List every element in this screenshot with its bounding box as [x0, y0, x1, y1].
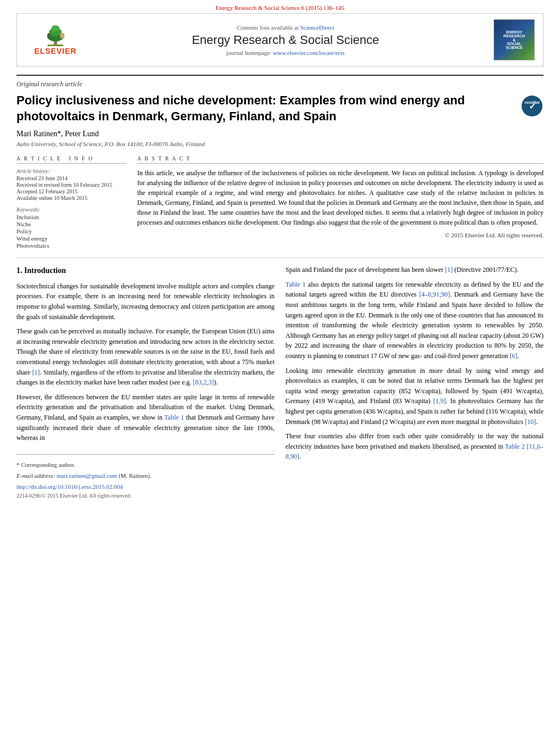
history-label: Article history: — [16, 168, 126, 174]
abstract-section: A B S T R A C T In this article, we anal… — [137, 155, 544, 249]
journal-logo-box: ENERGYRESEARCH&SOCIALSCIENCE — [494, 19, 535, 60]
journal-link-bar: Energy Research & Social Science 6 (2015… — [0, 0, 560, 13]
right-para-2: Table 1 also depicts the national target… — [285, 280, 544, 361]
ref-6[interactable]: [6] — [509, 352, 517, 360]
journal-link[interactable]: Energy Research & Social Science 6 (2015… — [216, 4, 345, 11]
ref-10[interactable]: [10] — [525, 418, 536, 426]
body-right-col: Spain and Finland the pace of developmen… — [285, 265, 544, 500]
journal-name: Energy Research & Social Science — [86, 33, 485, 47]
journal-homepage: journal homepage: www.elsevier.com/locat… — [86, 49, 485, 56]
keyword-inclusion: Inclusion — [16, 214, 126, 220]
body-section: 1. Introduction Sociotechnical changes f… — [16, 265, 544, 500]
table1-ref-right[interactable]: Table 1 — [285, 281, 306, 288]
ref-1-right[interactable]: [1] — [445, 266, 453, 274]
page-container: Energy Research & Social Science 6 (2015… — [0, 0, 560, 511]
journal-header: ELSEVIER Contents lists available at Sci… — [16, 13, 544, 66]
accepted-date: Accepted 12 February 2015 — [16, 188, 126, 194]
article-content: Original research article Policy inclusi… — [0, 66, 560, 511]
elsevier-tree-icon — [36, 25, 75, 47]
keywords-section: Keywords: Inclusion Niche Policy Wind en… — [16, 207, 126, 249]
available-date: Available online 10 March 2015 — [16, 195, 126, 201]
crossmark-badge: ✓ CrossMark — [522, 96, 544, 118]
ref-4-8[interactable]: [4–8,91,90] — [419, 291, 450, 298]
footer-section: * Corresponding author. E-mail address: … — [16, 454, 275, 500]
article-info: A R T I C L E I N F O Article history: R… — [16, 155, 126, 249]
doi-anchor[interactable]: http://dx.doi.org/10.1016/j.erss.2015.02… — [16, 483, 123, 490]
ref-83[interactable]: [83,2,3] — [193, 378, 214, 386]
email-note: E-mail address: mari.ratinen@gmail.com (… — [16, 471, 275, 481]
abstract-header: A B S T R A C T — [137, 155, 544, 164]
keyword-niche: Niche — [16, 221, 126, 227]
ref-1-9[interactable]: [1,9] — [433, 397, 446, 405]
sciencedirect-link[interactable]: ScienceDirect — [300, 24, 334, 31]
body-left-col: 1. Introduction Sociotechnical changes f… — [16, 265, 275, 500]
ref-1[interactable]: [1] — [32, 369, 40, 376]
doi-link: http://dx.doi.org/10.1016/j.erss.2015.02… — [16, 482, 275, 492]
journal-title-area: Contents lists available at ScienceDirec… — [86, 24, 485, 56]
section-divider — [16, 258, 544, 258]
authors: Mari Ratinen*, Peter Lund — [16, 130, 544, 138]
article-type: Original research article — [16, 75, 544, 88]
intro-para-1: Sociotechnical changes for sustainable d… — [16, 281, 275, 322]
publisher-logo-area: ELSEVIER — [25, 25, 86, 55]
svg-rect-1 — [48, 44, 64, 46]
crossmark-icon: ✓ CrossMark — [522, 96, 542, 116]
intro-para-3: However, the differences between the EU … — [16, 392, 275, 443]
svg-point-4 — [51, 25, 59, 31]
journal-logo-right: ENERGYRESEARCH&SOCIALSCIENCE — [485, 19, 535, 60]
received-date: Received 23 June 2014 — [16, 175, 126, 181]
article-info-header: A R T I C L E I N F O — [16, 155, 126, 164]
table1-ref-left[interactable]: Table 1 — [164, 414, 184, 421]
svg-rect-7 — [60, 33, 65, 38]
svg-rect-6 — [48, 35, 49, 38]
keyword-pv: Photovoltaics — [16, 242, 126, 249]
right-para-3: Looking into renewable electricity gener… — [285, 366, 544, 427]
keyword-wind: Wind energy — [16, 235, 126, 242]
author-email[interactable]: mari.ratinen@gmail.com — [57, 472, 117, 479]
title-row: Policy inclusiveness and niche developme… — [16, 93, 544, 124]
info-abstract-section: A R T I C L E I N F O Article history: R… — [16, 155, 544, 249]
table2-ref[interactable]: Table 2 — [505, 443, 525, 450]
revised-date: Received in revised form 10 February 201… — [16, 182, 126, 188]
article-title: Policy inclusiveness and niche developme… — [16, 93, 516, 124]
right-para-4: These four countries also differ from ea… — [285, 431, 544, 462]
copyright: © 2015 Elsevier Ltd. All rights reserved… — [137, 231, 544, 240]
abstract-text: In this article, we analyse the influenc… — [137, 168, 544, 240]
keyword-policy: Policy — [16, 228, 126, 235]
right-para-1: Spain and Finland the pace of developmen… — [285, 265, 544, 275]
svg-point-5 — [48, 33, 50, 35]
svg-text:CrossMark: CrossMark — [524, 101, 540, 104]
elsevier-wordmark: ELSEVIER — [34, 47, 76, 55]
affiliation: Aalto University, School of Science, P.O… — [16, 141, 544, 147]
contents-available-text: Contents lists available at ScienceDirec… — [86, 24, 485, 31]
license-text: 2214-6296/© 2015 Elsevier Ltd. All right… — [16, 492, 275, 500]
keywords-label: Keywords: — [16, 207, 126, 213]
intro-para-2: These goals can be perceived as mutually… — [16, 326, 275, 388]
elsevier-logo: ELSEVIER — [25, 25, 86, 55]
corresponding-author-note: * Corresponding author. — [16, 460, 275, 470]
section1-title: 1. Introduction — [16, 265, 275, 277]
homepage-link[interactable]: www.elsevier.com/locate/erss — [273, 49, 345, 56]
